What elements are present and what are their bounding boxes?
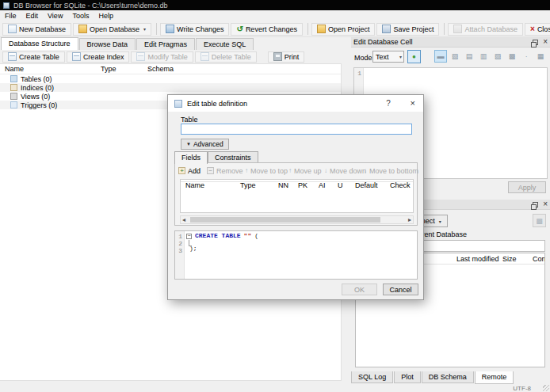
- horizontal-scrollbar[interactable]: ◂ ▸: [180, 215, 414, 224]
- print-icon: [273, 52, 282, 61]
- export-file-icon[interactable]: ▥: [477, 50, 490, 63]
- import-file-icon[interactable]: ▤: [463, 50, 476, 63]
- indices-icon: [10, 84, 17, 91]
- tab-sql-log[interactable]: SQL Log: [351, 371, 393, 383]
- create-table-button[interactable]: Create Table: [2, 51, 65, 63]
- arrow-down-icon: ↓: [364, 167, 367, 174]
- column-header-type[interactable]: Type: [101, 65, 116, 73]
- toolbar-separator: [156, 23, 157, 35]
- fields-table[interactable]: Name Type NN PK AI U Default Check: [180, 179, 414, 213]
- move-to-top-button[interactable]: ↑ Move to top: [245, 166, 288, 176]
- create-index-icon: [72, 52, 81, 61]
- cloud-connect-icon: ▩: [536, 217, 543, 225]
- open-external-icon[interactable]: ▩: [506, 50, 518, 63]
- scroll-left-icon[interactable]: ◂: [182, 216, 185, 223]
- dialog-titlebar[interactable]: Edit table definition ? ×: [168, 95, 423, 112]
- move-to-bottom-label: Move to bottom: [369, 167, 418, 175]
- structure-toolbar: Create Table Create Index Modify Table D…: [0, 50, 342, 63]
- sql-gutter: 1 2 3: [175, 231, 185, 279]
- menu-view[interactable]: View: [43, 12, 67, 20]
- tab-edit-pragmas[interactable]: Edit Pragmas: [136, 38, 195, 50]
- new-database-icon: [8, 25, 17, 33]
- table-name-input[interactable]: [181, 124, 412, 135]
- print-icon[interactable]: ▦: [534, 50, 547, 63]
- menu-help[interactable]: Help: [94, 12, 118, 20]
- new-database-button[interactable]: New Database: [2, 23, 71, 36]
- column-header-name[interactable]: Name: [5, 65, 24, 73]
- revert-changes-button[interactable]: ↺ Revert Changes: [231, 23, 302, 36]
- tree-item-label: Indices (0): [21, 84, 54, 92]
- sql-code[interactable]: − CREATE TABLE""( );: [185, 231, 417, 279]
- open-database-icon: [78, 25, 87, 33]
- scroll-right-icon[interactable]: ▸: [408, 216, 411, 223]
- delete-table-button[interactable]: Delete Table: [195, 51, 257, 63]
- column-header-default: Default: [355, 181, 378, 189]
- column-header-size[interactable]: Size: [502, 255, 517, 263]
- new-database-label: New Database: [19, 25, 66, 33]
- write-changes-button[interactable]: Write Changes: [160, 23, 229, 36]
- main-toolbar: New Database Open Database ▾ Write Chang…: [0, 21, 550, 37]
- create-index-button[interactable]: Create Index: [67, 51, 130, 63]
- move-to-top-label: Move to top: [250, 167, 288, 175]
- save-icon[interactable]: ▧: [491, 50, 504, 63]
- move-down-button[interactable]: ↓ Move down: [324, 166, 366, 176]
- mode-select[interactable]: Text ▾: [372, 51, 404, 63]
- auto-format-toggle[interactable]: ●: [407, 50, 421, 63]
- save-project-button[interactable]: Save Project: [376, 23, 439, 36]
- column-header-commit[interactable]: Commit: [533, 255, 545, 263]
- print-button[interactable]: Print: [268, 51, 305, 63]
- open-database-dropdown-icon[interactable]: ▾: [143, 26, 146, 32]
- close-panel-icon[interactable]: ×: [543, 201, 548, 207]
- edit-table-definition-dialog: Edit table definition ? × Table ▼ Advanc…: [167, 94, 424, 300]
- modify-table-button[interactable]: Modify Table: [131, 51, 193, 63]
- tab-remote[interactable]: Remote: [475, 371, 514, 384]
- ok-button[interactable]: OK: [342, 284, 377, 295]
- open-project-button[interactable]: Open Project: [311, 23, 376, 36]
- menu-file[interactable]: File: [0, 12, 21, 20]
- sql-preview[interactable]: 1 2 3 − CREATE TABLE""( );: [174, 230, 418, 280]
- column-header-name: Name: [185, 181, 204, 189]
- save-project-icon: [382, 25, 391, 33]
- fold-marker-icon[interactable]: −: [186, 234, 192, 239]
- menu-edit[interactable]: Edit: [21, 12, 44, 20]
- text-mode-icon[interactable]: ▬: [434, 50, 447, 63]
- tab-db-schema[interactable]: DB Schema: [422, 371, 474, 383]
- close-icon[interactable]: ×: [411, 98, 415, 108]
- advanced-button[interactable]: ▼ Advanced: [181, 139, 229, 150]
- menu-tools[interactable]: Tools: [67, 12, 94, 20]
- open-database-label: Open Database: [90, 25, 139, 33]
- tab-browse-data[interactable]: Browse Data: [79, 38, 136, 50]
- tab-plot[interactable]: Plot: [394, 371, 421, 383]
- tab-database-structure[interactable]: Database Structure: [1, 37, 78, 50]
- close-database-button[interactable]: × Close Database: [525, 23, 550, 36]
- tab-execute-sql[interactable]: Execute SQL: [196, 38, 254, 50]
- close-panel-icon[interactable]: ×: [543, 39, 548, 45]
- float-panel-icon[interactable]: [533, 202, 538, 207]
- open-database-button[interactable]: Open Database ▾: [73, 23, 151, 36]
- binary-view-icon[interactable]: ▨: [449, 50, 461, 63]
- float-panel-icon[interactable]: [533, 40, 538, 45]
- resize-grip[interactable]: [543, 385, 549, 391]
- remove-field-button[interactable]: − Remove: [207, 166, 243, 176]
- tree-item-indices[interactable]: Indices (0): [0, 83, 341, 92]
- cancel-button[interactable]: Cancel: [383, 284, 418, 295]
- column-header-last-modified[interactable]: Last modified: [456, 255, 499, 263]
- column-header-u: U: [338, 181, 343, 189]
- tree-item-tables[interactable]: Tables (0): [0, 74, 341, 83]
- column-header-schema[interactable]: Schema: [147, 65, 174, 73]
- edit-cell-header: Edit Database Cell ×: [351, 37, 550, 48]
- fields-tab-page: + Add − Remove ↑ Move to top ↑ Move up ↓…: [174, 162, 418, 226]
- move-to-bottom-button[interactable]: ↓ Move to bottom: [364, 166, 418, 176]
- tree-item-label: Tables (0): [21, 75, 52, 83]
- move-up-button[interactable]: ↑ Move up: [288, 166, 322, 176]
- remote-action-button[interactable]: ▩: [533, 214, 546, 227]
- add-field-button[interactable]: + Add: [178, 166, 201, 176]
- close-database-label: Close Database: [537, 25, 550, 33]
- scrollbar-thumb[interactable]: [190, 217, 380, 223]
- set-null-icon[interactable]: ∙: [520, 50, 533, 63]
- revert-changes-icon: ↺: [236, 25, 243, 33]
- attach-database-button[interactable]: Attach Database: [448, 23, 523, 36]
- tab-fields[interactable]: Fields: [174, 151, 208, 164]
- help-button[interactable]: ?: [384, 99, 393, 108]
- apply-button[interactable]: Apply: [508, 181, 546, 193]
